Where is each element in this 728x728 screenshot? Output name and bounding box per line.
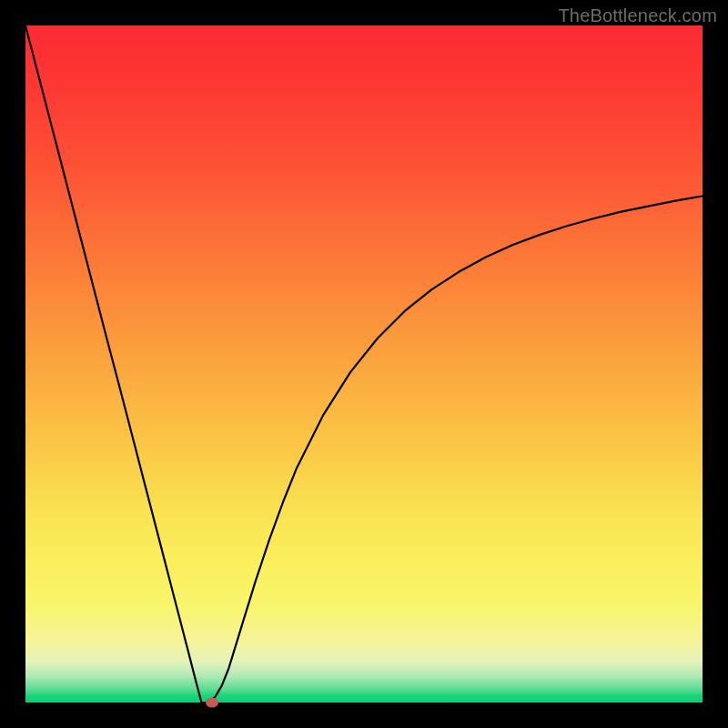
bottleneck-curve: [25, 25, 703, 703]
minimum-marker: [206, 698, 218, 708]
watermark-text: TheBottleneck.com: [558, 5, 717, 26]
chart-frame: TheBottleneck.com: [0, 0, 728, 728]
plot-area: [25, 25, 703, 703]
